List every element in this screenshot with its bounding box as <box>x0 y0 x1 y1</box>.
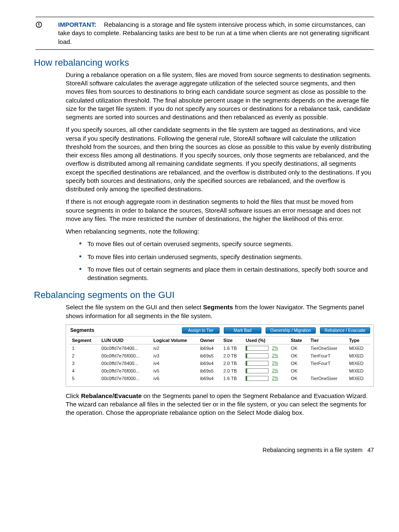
cell-lun: 00c0ffd7e76f000... <box>99 367 151 375</box>
cell-type: MIXED <box>346 360 370 367</box>
ownership-migration-button[interactable]: Ownership / Migration <box>266 327 316 334</box>
cell-state: OK <box>288 344 308 352</box>
col-size[interactable]: Size <box>221 336 243 344</box>
sec2-p1-bold: Segments <box>203 303 233 311</box>
cell-lvol: iv2 <box>151 344 198 352</box>
cell-segment: 5 <box>69 375 99 382</box>
cell-lun: 00c0ffd7e76f000... <box>99 352 151 360</box>
cell-lun: 00c0ffd7e78400... <box>99 360 151 367</box>
cell-used: 2% <box>243 360 288 367</box>
col-tier[interactable]: Tier <box>308 336 346 344</box>
cell-type: MIXED <box>346 344 370 352</box>
cell-tier: TierFourT <box>308 360 346 367</box>
cell-segment: 2 <box>69 352 99 360</box>
mark-bad-button[interactable]: Mark Bad <box>224 327 261 334</box>
cell-size: 1.6 TB <box>221 375 243 382</box>
col-state[interactable]: State <box>288 336 308 344</box>
cell-owner: ib69s4 <box>197 344 221 352</box>
heading-rebalancing-gui: Rebalancing segments on the GUI <box>34 290 374 301</box>
assign-to-tier-button[interactable]: Assign to Tier <box>182 327 220 334</box>
svg-rect-1 <box>38 23 39 25</box>
sec2-p2: Click Rebalance/Evacuate on the Segments… <box>66 392 374 417</box>
list-item: To move files into certain underused seg… <box>79 253 374 261</box>
col-segment[interactable]: Segment <box>69 336 99 344</box>
cell-type: MIXED <box>346 375 370 382</box>
cell-size: 2.0 TB <box>221 360 243 367</box>
table-row[interactable]: 400c0ffd7e76f000...iv5ib69s52.0 TB2%OKMI… <box>69 367 370 375</box>
sec1-p4: When rebalancing segments, note the foll… <box>66 227 374 236</box>
cell-used: 2% <box>243 375 288 382</box>
cell-lvol: iv4 <box>151 360 198 367</box>
cell-tier: TierOneSixer <box>308 344 346 352</box>
important-label: IMPORTANT: <box>58 21 96 28</box>
important-text: Rebalancing is a storage and file system… <box>58 21 369 45</box>
table-header-row: Segment LUN UUID Logical Volume Owner Si… <box>69 336 370 344</box>
sec2-p2-pre: Click <box>66 392 81 399</box>
col-owner[interactable]: Owner <box>197 336 221 344</box>
segments-panel: Segments Assign to Tier Mark Bad Ownersh… <box>66 324 374 387</box>
col-lun-uuid[interactable]: LUN UUID <box>99 336 151 344</box>
cell-lvol: iv6 <box>151 375 198 382</box>
table-row[interactable]: 300c0ffd7e78400...iv4ib69s42.0 TB2%OKTie… <box>69 360 370 367</box>
top-rule <box>36 17 374 17</box>
cell-lun: 00c0ffd7e76f000... <box>99 375 151 382</box>
footer-text: Rebalancing segments in a file system <box>263 447 363 453</box>
list-item: To move files out of certain overused se… <box>79 240 374 248</box>
cell-used: 2% <box>243 367 288 375</box>
table-row[interactable]: 500c0ffd7e76f000...iv6ib69s41.6 TB2%OKTi… <box>69 375 370 382</box>
sec1-p2: If you specify sources, all other candid… <box>66 126 374 193</box>
cell-tier: TierFourT <box>308 352 346 360</box>
sec1-p3: If there is not enough aggregate room in… <box>66 198 374 223</box>
cell-used: 2% <box>243 352 288 360</box>
col-type[interactable]: Type <box>346 336 370 344</box>
cell-segment: 4 <box>69 367 99 375</box>
cell-size: 1.6 TB <box>221 344 243 352</box>
list-item: To move files out of certain segments an… <box>79 265 374 283</box>
segments-table: Segment LUN UUID Logical Volume Owner Si… <box>69 336 370 382</box>
table-row[interactable]: 200c0ffd7e76f000...iv3ib69s52.0 TB2%OKTi… <box>69 352 370 360</box>
cell-used: 2% <box>243 344 288 352</box>
panel-title: Segments <box>69 327 94 333</box>
cell-segment: 3 <box>69 360 99 367</box>
sec2-p2-bold: Rebalance/Evacuate <box>81 392 142 399</box>
cell-state: OK <box>288 352 308 360</box>
important-block: IMPORTANT:Rebalancing is a storage and f… <box>36 21 374 46</box>
page-footer: Rebalancing segments in a file system 47 <box>36 447 374 453</box>
footer-page: 47 <box>367 447 374 453</box>
cell-segment: 1 <box>69 344 99 352</box>
used-pct-link[interactable]: 2% <box>272 346 278 350</box>
col-used[interactable]: Used (%) <box>243 336 288 344</box>
col-logical-volume[interactable]: Logical Volume <box>151 336 198 344</box>
used-pct-link[interactable]: 2% <box>272 368 278 373</box>
rebalance-evacuate-button[interactable]: Rebalance / Evacuate <box>320 327 370 334</box>
cell-owner: ib69s5 <box>197 352 221 360</box>
sec1-p1: During a rebalance operation on a file s… <box>66 71 374 122</box>
cell-state: OK <box>288 360 308 367</box>
important-icon <box>36 21 42 28</box>
cell-owner: ib69s4 <box>197 375 221 382</box>
cell-state: OK <box>288 375 308 382</box>
sec2-p1: Select the file system on the GUI and th… <box>66 303 374 320</box>
cell-state: OK <box>288 367 308 375</box>
used-pct-link[interactable]: 2% <box>272 353 278 358</box>
cell-size: 2.0 TB <box>221 352 243 360</box>
cell-tier: TierOneSixer <box>308 375 346 382</box>
cell-type: MIXED <box>346 367 370 375</box>
cell-size: 2.0 TB <box>221 367 243 375</box>
cell-lun: 00c0ffd7e78400... <box>99 344 151 352</box>
used-pct-link[interactable]: 2% <box>272 376 278 380</box>
cell-lvol: iv5 <box>151 367 198 375</box>
cell-lvol: iv3 <box>151 352 198 360</box>
cell-tier <box>308 367 346 375</box>
sec2-p1-pre: Select the file system on the GUI and th… <box>66 303 203 311</box>
important-bottom-rule <box>36 49 374 50</box>
cell-owner: ib69s4 <box>197 360 221 367</box>
svg-rect-2 <box>38 26 39 26</box>
cell-type: MIXED <box>346 352 370 360</box>
sec1-bullets: To move files out of certain overused se… <box>66 240 374 282</box>
table-row[interactable]: 100c0ffd7e78400...iv2ib69s41.6 TB2%OKTie… <box>69 344 370 352</box>
heading-how-rebalancing-works: How rebalancing works <box>34 57 374 68</box>
used-pct-link[interactable]: 2% <box>272 361 278 365</box>
cell-owner: ib69s5 <box>197 367 221 375</box>
